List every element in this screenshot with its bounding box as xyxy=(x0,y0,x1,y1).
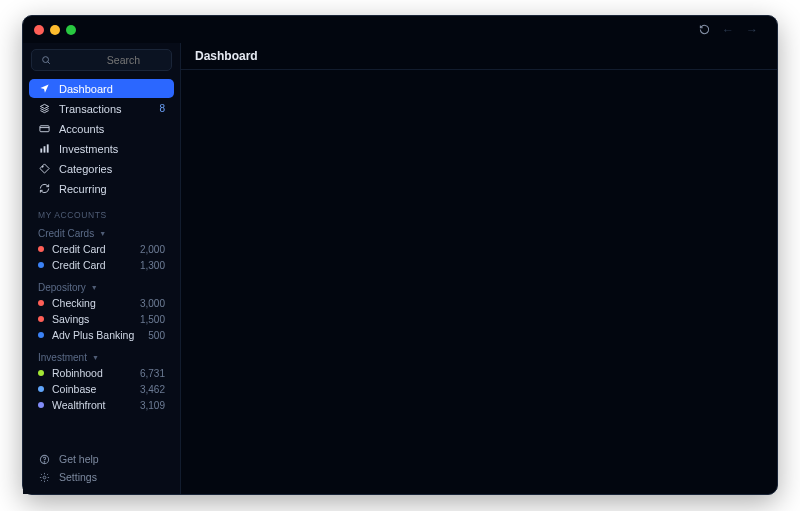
account-row[interactable]: Credit Card2,000 xyxy=(29,241,174,257)
get-help-link[interactable]: Get help xyxy=(29,450,174,468)
nav-label: Transactions xyxy=(59,103,122,115)
search-input[interactable] xyxy=(58,54,189,66)
refresh-icon[interactable] xyxy=(699,24,710,35)
account-row[interactable]: Savings1,500 xyxy=(29,311,174,327)
group-credit-cards[interactable]: Credit Cards▼ xyxy=(29,225,174,241)
account-row[interactable]: Credit Card1,300 xyxy=(29,257,174,273)
svg-point-8 xyxy=(43,476,46,479)
nav-label: Categories xyxy=(59,163,112,175)
account-row[interactable]: Wealthfront3,109 xyxy=(29,397,174,413)
nav-label: Investments xyxy=(59,143,118,155)
location-arrow-icon xyxy=(38,83,50,95)
chevron-down-icon: ▼ xyxy=(99,230,106,237)
chevron-down-icon: ▼ xyxy=(92,354,99,361)
page-title: Dashboard xyxy=(195,49,258,63)
main: Dashboard xyxy=(181,43,777,494)
svg-rect-1 xyxy=(39,126,48,132)
forward-icon[interactable]: → xyxy=(746,23,758,37)
badge: 8 xyxy=(159,103,165,114)
chevron-down-icon: ▼ xyxy=(91,284,98,291)
color-dot xyxy=(38,262,44,268)
account-row[interactable]: Robinhood6,731 xyxy=(29,365,174,381)
svg-point-0 xyxy=(43,57,49,63)
group-depository[interactable]: Depository▼ xyxy=(29,279,174,295)
app-window: ← → Dashboard Transactions 8 xyxy=(22,15,778,495)
color-dot xyxy=(38,246,44,252)
nav-label: Accounts xyxy=(59,123,104,135)
search-box[interactable] xyxy=(31,49,172,71)
svg-rect-3 xyxy=(43,146,45,152)
titlebar: ← → xyxy=(23,16,777,43)
group-investment[interactable]: Investment▼ xyxy=(29,349,174,365)
account-row[interactable]: Coinbase3,462 xyxy=(29,381,174,397)
nav-label: Recurring xyxy=(59,183,107,195)
card-icon xyxy=(38,123,50,135)
sidebar: Dashboard Transactions 8 Accounts Invest… xyxy=(23,43,181,494)
svg-rect-4 xyxy=(46,144,48,152)
maximize-button[interactable] xyxy=(66,25,76,35)
nav-categories[interactable]: Categories xyxy=(29,159,174,178)
account-row[interactable]: Checking3,000 xyxy=(29,295,174,311)
nav-transactions[interactable]: Transactions 8 xyxy=(29,99,174,118)
minimize-button[interactable] xyxy=(50,25,60,35)
back-icon[interactable]: ← xyxy=(722,23,734,37)
nav-investments[interactable]: Investments xyxy=(29,139,174,158)
color-dot xyxy=(38,402,44,408)
account-row[interactable]: Adv Plus Banking500 xyxy=(29,327,174,343)
settings-link[interactable]: Settings xyxy=(29,468,174,486)
search-icon xyxy=(40,54,52,66)
nav-recurring[interactable]: Recurring xyxy=(29,179,174,198)
help-icon xyxy=(38,453,50,465)
color-dot xyxy=(38,370,44,376)
nav: Dashboard Transactions 8 Accounts Invest… xyxy=(29,79,174,198)
svg-point-7 xyxy=(44,461,45,462)
nav-dashboard[interactable]: Dashboard xyxy=(29,79,174,98)
content-area xyxy=(181,70,777,494)
traffic-lights xyxy=(34,25,76,35)
chart-icon xyxy=(38,143,50,155)
tag-icon xyxy=(38,163,50,175)
svg-rect-2 xyxy=(40,149,42,153)
layers-icon xyxy=(38,103,50,115)
section-header: My Accounts xyxy=(29,210,174,220)
color-dot xyxy=(38,316,44,322)
color-dot xyxy=(38,332,44,338)
repeat-icon xyxy=(38,183,50,195)
nav-accounts[interactable]: Accounts xyxy=(29,119,174,138)
gear-icon xyxy=(38,471,50,483)
color-dot xyxy=(38,300,44,306)
color-dot xyxy=(38,386,44,392)
nav-label: Dashboard xyxy=(59,83,113,95)
svg-point-5 xyxy=(42,166,43,167)
close-button[interactable] xyxy=(34,25,44,35)
header: Dashboard xyxy=(181,43,777,70)
